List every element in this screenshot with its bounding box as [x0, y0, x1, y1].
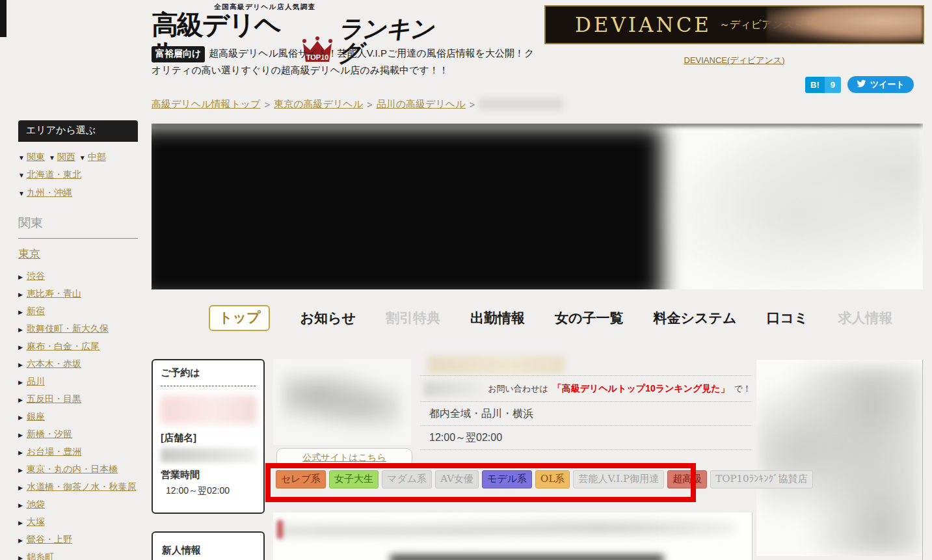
reservation-title: ご予約は: [161, 367, 256, 386]
sidebar-area-link[interactable]: 水道橋・御茶ノ水・秋葉原: [27, 481, 136, 492]
tab-求人情報[interactable]: 求人情報: [838, 309, 892, 327]
breadcrumb-links: 高級デリヘル情報トップ>東京の高級デリヘル>品川の高級デリヘル>: [152, 98, 479, 111]
sidebar-area-item: ▶東京・丸の内・日本橋: [18, 461, 138, 479]
breadcrumb-link[interactable]: 品川の高級デリヘル: [377, 98, 466, 111]
banner-caption-link[interactable]: DEVIANCE(ディビアンス): [684, 55, 785, 65]
ad-banner-deviance[interactable]: DEVIANCE ～ディビアンス～: [544, 5, 924, 44]
store-tab-bar: トップお知らせ割引特典出勤情報女の子一覧料金システム口コミ求人情報: [152, 304, 923, 332]
service-area-row: 都内全域・品川・横浜: [420, 402, 751, 426]
sidebar-area-link[interactable]: 五反田・目黒: [27, 393, 81, 404]
sidebar-region-link[interactable]: 中部: [88, 152, 106, 162]
sidebar-area-link[interactable]: 品川: [27, 376, 45, 386]
triangle-right-icon: ▶: [18, 449, 23, 456]
triangle-down-icon: ▼: [49, 154, 55, 161]
reservation-box: ご予約は [店舗名] 営業時間 12:00～翌02:00: [152, 359, 265, 514]
sidebar-area-item: ▶鶯谷・上野: [18, 531, 138, 549]
sidebar-area-link[interactable]: 六本木・赤坂: [27, 358, 81, 369]
sidebar-area-link[interactable]: 池袋: [27, 499, 45, 509]
contact-prefix: お問い合わせは: [488, 383, 548, 395]
hatena-icon: B!: [805, 77, 825, 93]
tab-お知らせ[interactable]: お知らせ: [300, 309, 355, 327]
right-column-border: [922, 360, 923, 560]
breadcrumb-separator-icon: >: [367, 99, 373, 110]
tab-出勤情報[interactable]: 出勤情報: [470, 309, 525, 327]
sidebar-region-link[interactable]: 関東: [27, 152, 45, 162]
tab-割引特典[interactable]: 割引特典: [386, 309, 440, 327]
shop-name-label: [店舗名]: [161, 432, 256, 444]
hero-top-edge: [152, 124, 923, 126]
sidebar-area-link[interactable]: 麻布・白金・広尾: [27, 341, 100, 351]
triangle-right-icon: ▶: [18, 555, 23, 560]
breadcrumb-link[interactable]: 高級デリヘル情報トップ: [152, 98, 260, 111]
hatena-bookmark-button[interactable]: B! 9: [805, 77, 841, 93]
triangle-right-icon: ▶: [18, 362, 23, 368]
site-description-text: 超高級デリヘル風俗サイト！芸能人V.I.Pご用達の風俗店情報を大公開！クオリティ…: [152, 47, 534, 75]
breadcrumb-link[interactable]: 東京の高級デリヘル: [274, 98, 363, 111]
newcomer-box: 新人情報: [152, 531, 265, 560]
store-name-redacted: [428, 356, 565, 374]
audience-badge: 富裕層向け: [152, 46, 205, 62]
newcomer-title: 新人情報: [162, 544, 254, 557]
sidebar-prefecture: 東京: [18, 247, 138, 261]
sidebar-area-item: ▶新橋・汐留: [18, 426, 138, 444]
reservation-phone-redacted: [161, 395, 257, 424]
sidebar-prefecture-link[interactable]: 東京: [18, 248, 40, 260]
sidebar-region-link[interactable]: 北海道・東北: [27, 169, 81, 180]
triangle-right-icon: ▶: [18, 344, 23, 351]
triangle-right-icon: ▶: [18, 520, 23, 526]
sidebar-area-link[interactable]: 恵比寿・青山: [27, 288, 81, 299]
sidebar-area-link[interactable]: 錦糸町: [27, 552, 54, 560]
sidebar-area-item: ▶恵比寿・青山: [18, 286, 138, 303]
triangle-right-icon: ▶: [18, 327, 23, 333]
sidebar-area-item: ▶銀座: [18, 408, 138, 426]
sidebar-area-link[interactable]: 歌舞伎町・新大久保: [27, 323, 109, 334]
sidebar-area-link[interactable]: 銀座: [27, 411, 45, 421]
hatena-count: 9: [825, 77, 841, 93]
sidebar-area-link[interactable]: 新橋・汐留: [27, 429, 72, 439]
tab-女の子一覧[interactable]: 女の子一覧: [555, 309, 624, 327]
triangle-down-icon: ▼: [18, 172, 25, 179]
sidebar-area-item: ▶五反田・目黒: [18, 391, 138, 408]
tab-口コミ[interactable]: 口コミ: [766, 309, 808, 327]
store-logo-redacted: [273, 359, 411, 445]
category-tag[interactable]: TOP10ﾗﾝｷﾝｸﾞ協賛店: [710, 470, 812, 488]
site-description: 富裕層向け超高級デリヘル風俗サイト！芸能人V.I.Pご用達の風俗店情報を大公開！…: [152, 46, 535, 77]
official-site-link[interactable]: 公式サイトはこちら: [302, 452, 386, 464]
sidebar-region-link[interactable]: 関西: [57, 152, 75, 162]
triangle-right-icon: ▶: [18, 537, 23, 544]
hours-label: 営業時間: [161, 469, 256, 481]
tweet-button[interactable]: ツイート: [847, 76, 914, 93]
triangle-right-icon: ▶: [18, 274, 23, 280]
sidebar-divider: [18, 238, 138, 239]
hero-blur-black: [152, 126, 662, 289]
sidebar-region-row: ▼九州・沖縄: [18, 188, 138, 198]
banner-model-photo: [767, 7, 923, 43]
tweet-label: ツイート: [870, 79, 905, 90]
sidebar-area-link[interactable]: 東京・丸の内・日本橋: [27, 464, 118, 474]
breadcrumb-separator-icon: >: [264, 99, 270, 110]
contact-highlight: 「高級デリヘルトップ10ランキング見た」: [553, 383, 730, 395]
contact-row: お問い合わせは 「高級デリヘルトップ10ランキング見た」 で！: [420, 376, 751, 402]
sidebar-area-link[interactable]: 大塚: [27, 516, 45, 527]
triangle-right-icon: ▶: [18, 485, 23, 491]
sidebar-section-heading: 関東: [18, 215, 138, 232]
triangle-down-icon: ▼: [79, 154, 86, 161]
sidebar-area-item: ▶渋谷: [18, 268, 138, 286]
sidebar-region-row: ▼北海道・東北: [18, 170, 138, 180]
triangle-right-icon: ▶: [18, 467, 23, 473]
hours-value: 12:00～翌02:00: [161, 485, 256, 497]
sidebar-area-link[interactable]: 渋谷: [27, 271, 45, 281]
area-sidebar: エリアから選ぶ ▼関東▼関西▼中部▼北海道・東北▼九州・沖縄 関東 東京 ▶渋谷…: [18, 120, 138, 560]
breadcrumb: 高級デリヘル情報トップ>東京の高級デリヘル>品川の高級デリヘル>: [152, 98, 802, 111]
sidebar-area-item: ▶池袋: [18, 496, 138, 514]
shop-name-redacted: [161, 448, 257, 462]
sidebar-area-link[interactable]: 鶯谷・上野: [27, 534, 72, 544]
tab-料金システム[interactable]: 料金システム: [653, 309, 736, 327]
sidebar-region-link[interactable]: 九州・沖縄: [27, 187, 72, 198]
tab-トップ[interactable]: トップ: [209, 305, 270, 331]
triangle-right-icon: ▶: [18, 397, 23, 403]
sidebar-area-link[interactable]: お台場・豊洲: [27, 446, 81, 457]
twitter-bird-icon: [857, 79, 866, 90]
sidebar-area-link[interactable]: 新宿: [27, 306, 45, 316]
sidebar-area-item: ▶水道橋・御茶ノ水・秋葉原: [18, 479, 138, 496]
